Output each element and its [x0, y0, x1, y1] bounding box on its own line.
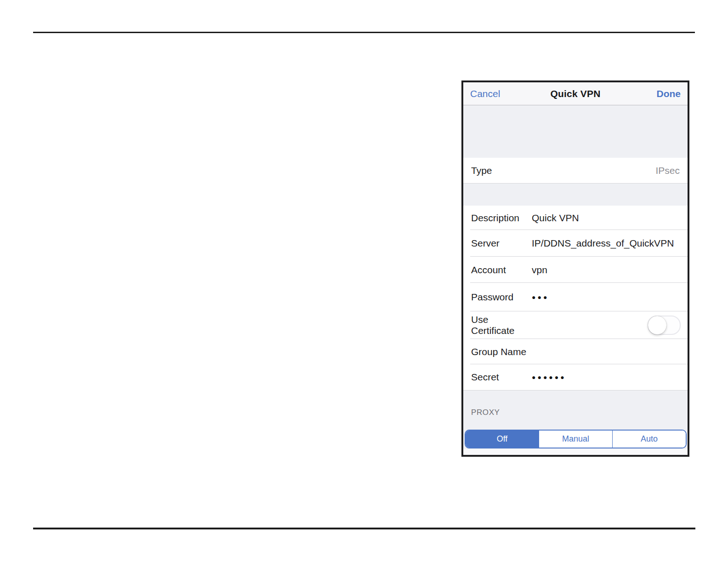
server-row[interactable]: Server IP/DDNS_address_of_QuickVPN: [463, 230, 688, 257]
dialog-header: Quick VPN Cancel Done: [463, 82, 688, 105]
secret-row[interactable]: Secret ●●●●●●: [463, 364, 688, 390]
group-spacer: [463, 184, 688, 206]
password-input[interactable]: ●●●: [532, 293, 681, 301]
account-row[interactable]: Account vpn: [463, 257, 688, 283]
password-label: Password: [471, 292, 532, 303]
proxy-option-off[interactable]: Off: [466, 431, 539, 448]
proxy-option-auto[interactable]: Auto: [612, 431, 686, 448]
description-row[interactable]: Description Quick VPN: [463, 206, 688, 230]
password-row[interactable]: Password ●●●: [463, 283, 688, 311]
toggle-knob-icon: [648, 316, 666, 334]
use-certificate-toggle[interactable]: [648, 316, 681, 335]
server-input[interactable]: IP/DDNS_address_of_QuickVPN: [532, 238, 681, 249]
group-name-row[interactable]: Group Name: [463, 339, 688, 364]
use-certificate-row: Use Certificate: [463, 311, 688, 339]
type-value: IPsec: [655, 165, 680, 176]
proxy-segmented-control: Off Manual Auto: [465, 430, 687, 448]
description-label: Description: [471, 213, 532, 224]
manual-page: { "dialog": { "header": { "cancel": "Can…: [0, 0, 728, 563]
vpn-settings-dialog: Quick VPN Cancel Done Type IPsec Descrip…: [461, 80, 689, 457]
proxy-section: PROXY Off Manual Auto: [463, 391, 688, 455]
page-footer-rule: [33, 528, 695, 529]
secret-label: Secret: [471, 372, 532, 383]
secret-input[interactable]: ●●●●●●: [532, 373, 681, 381]
description-input[interactable]: Quick VPN: [532, 213, 681, 224]
proxy-option-manual[interactable]: Manual: [539, 431, 612, 448]
group-name-label: Group Name: [471, 346, 532, 357]
use-certificate-label: Use Certificate: [471, 314, 532, 336]
type-label: Type: [471, 165, 492, 176]
account-input[interactable]: vpn: [532, 264, 681, 276]
done-button[interactable]: Done: [657, 88, 681, 99]
page-header-rule: [33, 32, 695, 33]
account-label: Account: [471, 264, 532, 276]
vpn-fields-group: Description Quick VPN Server IP/DDNS_add…: [463, 206, 688, 391]
server-label: Server: [471, 238, 532, 249]
proxy-section-label: PROXY: [463, 391, 688, 417]
group-spacer: [463, 105, 688, 158]
cancel-button[interactable]: Cancel: [470, 88, 500, 99]
type-row[interactable]: Type IPsec: [463, 158, 688, 184]
panel-bottom-strip: [463, 449, 688, 455]
